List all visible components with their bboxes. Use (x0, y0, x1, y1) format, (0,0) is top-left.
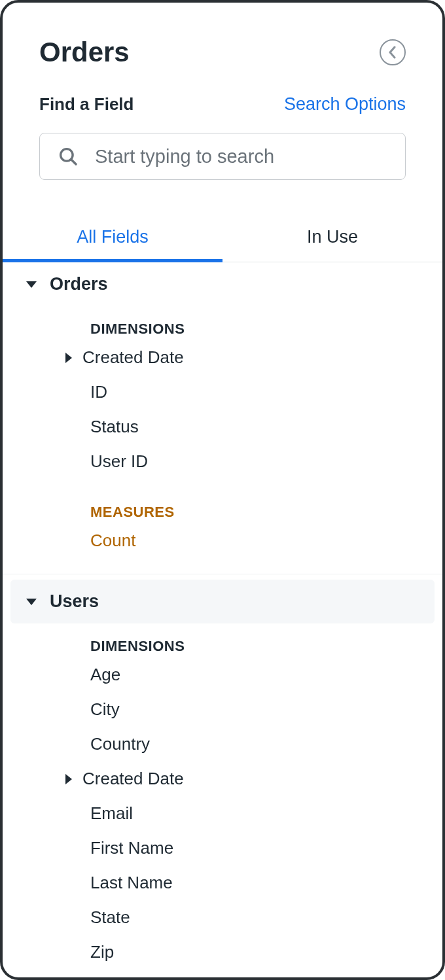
field-users-city[interactable]: City (3, 692, 442, 727)
field-label: Created Date (82, 347, 184, 368)
search-box[interactable] (39, 133, 406, 180)
divider (3, 574, 442, 574)
field-users-last-name[interactable]: Last Name (3, 866, 442, 900)
view-header-users[interactable]: Users (10, 580, 435, 623)
field-orders-id[interactable]: ID (3, 375, 442, 410)
tab-all-fields[interactable]: All Fields (3, 215, 222, 262)
field-orders-created-date[interactable]: Created Date (3, 340, 442, 375)
field-orders-count[interactable]: Count (3, 523, 442, 558)
field-users-country[interactable]: Country (3, 727, 442, 761)
field-label: ID (90, 382, 107, 402)
field-label: Created Date (82, 769, 184, 789)
find-field-label: Find a Field (39, 94, 134, 114)
search-options-link[interactable]: Search Options (284, 94, 406, 114)
search-icon (57, 145, 79, 167)
caret-down-icon (26, 599, 37, 605)
dimensions-label: DIMENSIONS (3, 311, 442, 340)
field-label: Last Name (90, 873, 173, 893)
collapse-panel-button[interactable] (380, 39, 406, 65)
field-users-zip[interactable]: Zip (3, 935, 442, 970)
field-label: Status (90, 417, 139, 437)
svg-line-1 (71, 160, 76, 164)
field-orders-user-id[interactable]: User ID (3, 444, 442, 479)
field-label: Age (90, 665, 120, 685)
field-orders-status[interactable]: Status (3, 410, 442, 444)
caret-down-icon (26, 281, 37, 288)
tabs: All Fields In Use (3, 215, 442, 262)
field-label: State (90, 907, 130, 928)
chevron-left-icon (387, 46, 398, 59)
view-name: Users (50, 591, 99, 612)
field-users-state[interactable]: State (3, 900, 442, 935)
field-label: Country (90, 734, 150, 754)
field-label: Email (90, 803, 133, 824)
view-header-orders[interactable]: Orders (3, 262, 442, 306)
field-users-first-name[interactable]: First Name (3, 831, 442, 866)
measures-label: MEASURES (3, 495, 442, 523)
view-name: Orders (50, 274, 108, 294)
field-users-created-date[interactable]: Created Date (3, 761, 442, 796)
caret-right-icon (65, 774, 72, 784)
field-users-email[interactable]: Email (3, 796, 442, 831)
search-input[interactable] (95, 146, 388, 167)
field-label: City (90, 699, 120, 720)
caret-right-icon (65, 353, 72, 363)
field-label: Count (90, 531, 135, 551)
field-label: Zip (90, 942, 114, 962)
field-users-age[interactable]: Age (3, 657, 442, 692)
field-label: User ID (90, 451, 148, 472)
field-label: First Name (90, 838, 173, 858)
tab-in-use[interactable]: In Use (222, 215, 442, 262)
dimensions-label: DIMENSIONS (3, 629, 442, 657)
page-title: Orders (39, 37, 130, 68)
